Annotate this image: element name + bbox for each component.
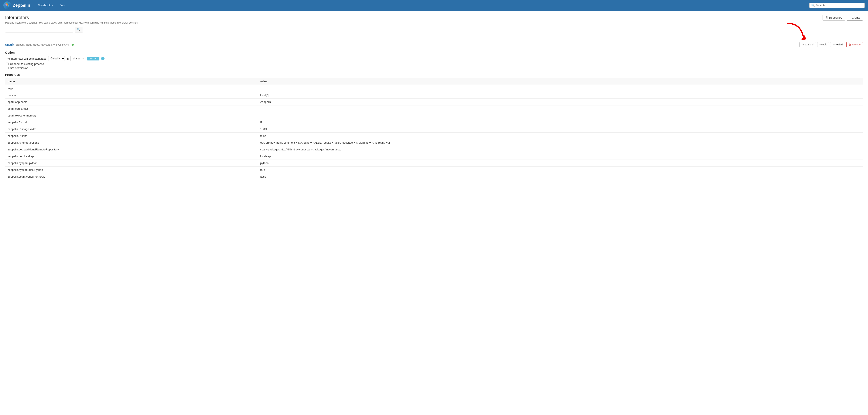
external-link-icon: ↗ xyxy=(802,43,804,46)
global-search-box[interactable]: 🔍 xyxy=(809,3,865,8)
interpreter-section: spark %spark, %sql, %dep, %pyspark, %ipy… xyxy=(5,39,863,180)
table-row: zeppelin.R.knitrfalse xyxy=(5,133,863,139)
property-name: spark.cores.max xyxy=(5,105,258,112)
repository-button[interactable]: 🗄 Repository xyxy=(823,15,845,21)
property-value: local[*] xyxy=(258,92,863,99)
search-bar-row: spark 🔍 xyxy=(5,27,863,32)
table-row: zeppelin.R.image.width100% xyxy=(5,126,863,133)
property-name: zeppelin.dep.additionalRemoteRepository xyxy=(5,146,258,153)
remove-button[interactable]: 🗑 remove xyxy=(846,42,863,47)
process-badge: process xyxy=(87,57,99,61)
property-value: false xyxy=(258,133,863,139)
globally-select[interactable]: Globally xyxy=(48,56,65,61)
page-title: Interpreters xyxy=(5,15,138,21)
instantiated-row: The interpreter will be instantiated Glo… xyxy=(5,56,863,61)
set-permission-checkbox[interactable] xyxy=(6,67,9,69)
nav-links: Notebook ▾ Job xyxy=(35,2,67,8)
interpreter-header: spark %spark, %sql, %dep, %pyspark, %ipy… xyxy=(5,39,863,49)
section-divider xyxy=(5,37,863,37)
refresh-icon: ↻ xyxy=(833,43,835,46)
interpreter-title-area: spark %spark, %sql, %dep, %pyspark, %ipy… xyxy=(5,43,74,46)
navbar-right: 🔍 xyxy=(809,3,865,8)
page-header: Interpreters Manage interpreters setting… xyxy=(5,15,863,24)
table-row: spark.app.nameZeppelin xyxy=(5,99,863,105)
brand-name: Zeppelin xyxy=(13,3,30,8)
property-name: spark.app.name xyxy=(5,99,258,105)
property-name: zeppelin.pyspark.useIPython xyxy=(5,167,258,173)
property-value: local-repo xyxy=(258,153,863,160)
table-row: zeppelin.R.cmdR xyxy=(5,119,863,126)
interpreter-search-button[interactable]: 🔍 xyxy=(75,27,83,32)
spark-ui-button[interactable]: ↗ spark ui xyxy=(799,42,816,47)
restart-button[interactable]: ↻ restart xyxy=(830,42,845,47)
in-text: in xyxy=(66,57,69,60)
properties-label: Properties xyxy=(5,73,863,76)
brand-logo: 🪁 xyxy=(3,1,11,9)
table-row: args xyxy=(5,85,863,92)
header-buttons: 🗄 Repository + Create xyxy=(823,15,863,21)
property-name: zeppelin.spark.concurrentSQL xyxy=(5,173,258,180)
property-name: args xyxy=(5,85,258,92)
property-name: zeppelin.R.render.options xyxy=(5,139,258,146)
table-row: zeppelin.pyspark.pythonpython xyxy=(5,160,863,167)
table-row: spark.cores.max xyxy=(5,105,863,112)
global-search-input[interactable] xyxy=(816,4,863,7)
chevron-down-icon: ▾ xyxy=(52,4,53,7)
property-value: R xyxy=(258,119,863,126)
col-name: name xyxy=(5,78,258,85)
database-icon: 🗄 xyxy=(825,16,828,19)
properties-table: name value argsmasterlocal[*]spark.app.n… xyxy=(5,78,863,180)
search-icon: 🔍 xyxy=(811,4,815,7)
connect-existing-label: Connect to existing process xyxy=(10,62,44,66)
property-value: spark-packages,http://dl.bintray.com/spa… xyxy=(258,146,863,153)
option-section: Option The interpreter will be instantia… xyxy=(5,51,863,70)
property-name: spark.executor.memory xyxy=(5,112,258,119)
info-icon: i xyxy=(101,57,104,60)
connect-existing-row: Connect to existing process xyxy=(5,62,863,66)
table-row: masterlocal[*] xyxy=(5,92,863,99)
property-name: zeppelin.pyspark.python xyxy=(5,160,258,167)
property-name: zeppelin.R.image.width xyxy=(5,126,258,133)
interpreter-search-input[interactable]: spark xyxy=(7,28,71,31)
property-value: 100% xyxy=(258,126,863,133)
create-button[interactable]: + Create xyxy=(847,15,863,21)
shared-select[interactable]: shared xyxy=(70,56,85,61)
property-value: true xyxy=(258,167,863,173)
connect-existing-checkbox[interactable] xyxy=(6,63,9,65)
page-subtitle: Manage interpreters settings. You can cr… xyxy=(5,21,138,24)
property-value: Zeppelin xyxy=(258,99,863,105)
interpreter-search-wrap: spark xyxy=(5,27,73,32)
properties-section: Properties name value argsmasterlocal[*]… xyxy=(5,73,863,180)
table-header-row: name value xyxy=(5,78,863,85)
page-content: Interpreters Manage interpreters setting… xyxy=(0,11,868,415)
trash-icon: 🗑 xyxy=(849,43,851,46)
property-value: false xyxy=(258,173,863,180)
set-permission-row: Set permission xyxy=(5,66,863,70)
search-btn-icon: 🔍 xyxy=(77,28,81,31)
property-value xyxy=(258,85,863,92)
table-row: zeppelin.dep.additionalRemoteRepositorys… xyxy=(5,146,863,153)
nav-job[interactable]: Job xyxy=(57,2,67,8)
col-value: value xyxy=(258,78,863,85)
property-value xyxy=(258,105,863,112)
property-value xyxy=(258,112,863,119)
table-row: zeppelin.dep.localrepolocal-repo xyxy=(5,153,863,160)
option-label: Option xyxy=(5,51,863,54)
table-row: spark.executor.memory xyxy=(5,112,863,119)
set-permission-label: Set permission xyxy=(10,66,28,70)
navbar: 🪁 Zeppelin Notebook ▾ Job 🔍 xyxy=(0,0,868,11)
interpreter-actions: ↗ spark ui ✏ edit ↻ restart 🗑 remove xyxy=(799,42,863,47)
table-row: zeppelin.spark.concurrentSQLfalse xyxy=(5,173,863,180)
property-value: python xyxy=(258,160,863,167)
property-name: master xyxy=(5,92,258,99)
interpreter-name: spark xyxy=(5,43,14,46)
property-name: zeppelin.R.cmd xyxy=(5,119,258,126)
table-row: zeppelin.pyspark.useIPythontrue xyxy=(5,167,863,173)
pencil-icon: ✏ xyxy=(819,43,822,46)
edit-button[interactable]: ✏ edit xyxy=(817,42,829,47)
property-name: zeppelin.R.knitr xyxy=(5,133,258,139)
property-value: out.format = 'html', comment = NA, echo … xyxy=(258,139,863,146)
property-name: zeppelin.dep.localrepo xyxy=(5,153,258,160)
nav-notebook[interactable]: Notebook ▾ xyxy=(35,2,56,8)
brand[interactable]: 🪁 Zeppelin xyxy=(3,1,30,9)
